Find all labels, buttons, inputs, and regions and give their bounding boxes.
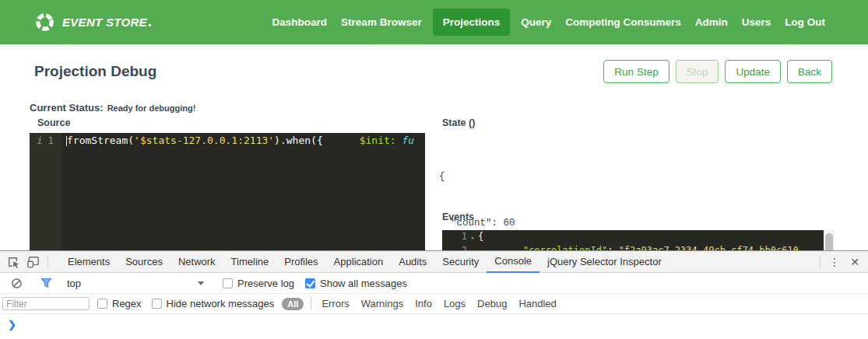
nav-item-stream-browser[interactable]: Stream Browser: [334, 9, 429, 36]
close-glyph: ✕: [850, 256, 859, 268]
gutter-spacer: [467, 244, 478, 250]
events-line-number: 1: [442, 230, 467, 244]
tab-elements[interactable]: Elements: [60, 251, 118, 273]
filter-level-warnings[interactable]: Warnings: [361, 298, 403, 309]
event-store-logo[interactable]: EVENT STORE: [34, 12, 151, 33]
main-content: Projection Debug Run Step Stop Update Ba…: [0, 44, 868, 250]
nav-item-admin[interactable]: Admin: [688, 9, 735, 36]
events-json-value: "f2a93ac7-2334-49cb-cf74-bb0c610: [619, 245, 799, 250]
overflow-menu-icon[interactable]: ⋮: [824, 252, 845, 272]
main-nav: Dashboard Stream Browser Projections Que…: [265, 9, 832, 36]
tab-timeline[interactable]: Timeline: [223, 251, 277, 273]
current-status: Current Status:Ready for debugging!: [30, 100, 195, 114]
state-json-line: {: [439, 169, 515, 184]
show-all-messages-label: Show all messages: [320, 278, 407, 289]
current-status-value: Ready for debugging!: [107, 103, 196, 113]
preserve-log-checkbox[interactable]: [223, 278, 233, 288]
clear-console-icon[interactable]: [6, 273, 26, 293]
execution-context-value: top: [67, 278, 81, 289]
info-annotation-icon: i: [37, 134, 43, 148]
events-json-key: "correlationId": [478, 245, 607, 250]
hide-network-checkbox[interactable]: [152, 299, 162, 309]
source-heading: Source: [37, 117, 70, 128]
update-button[interactable]: Update: [725, 60, 781, 83]
preserve-log-label: Preserve log: [237, 278, 294, 289]
preserve-log-checkbox-group[interactable]: Preserve log: [223, 278, 294, 289]
nav-item-query[interactable]: Query: [514, 9, 558, 36]
source-line-number: 1: [47, 134, 54, 250]
filter-level-info[interactable]: Info: [415, 298, 432, 309]
events-code: {: [478, 230, 483, 244]
console-output-area[interactable]: ❯: [0, 314, 868, 339]
tab-console[interactable]: Console: [487, 251, 539, 273]
top-navbar: EVENT STORE Dashboard Stream Browser Pro…: [0, 0, 868, 44]
toolbar-separator: [47, 255, 48, 268]
tab-sources[interactable]: Sources: [118, 251, 170, 273]
close-devtools-icon[interactable]: ✕: [845, 252, 865, 272]
page-title: Projection Debug: [34, 63, 156, 80]
events-line-1: 1 ▾ {: [442, 230, 835, 244]
tab-jquery-selector-inspector[interactable]: jQuery Selector Inspector: [539, 251, 669, 273]
fold-arrow-icon[interactable]: ▾: [467, 230, 478, 244]
tab-profiles[interactable]: Profiles: [276, 251, 325, 273]
events-json-separator: :: [607, 245, 618, 250]
back-button[interactable]: Back: [787, 60, 832, 83]
action-buttons: Run Step Stop Update Back: [603, 60, 832, 83]
nav-item-dashboard[interactable]: Dashboard: [265, 9, 335, 36]
filter-input[interactable]: [2, 297, 90, 310]
tab-application[interactable]: Application: [326, 251, 392, 273]
event-store-logo-icon: [34, 12, 55, 33]
nav-item-users[interactable]: Users: [735, 9, 778, 36]
events-heading: Events: [442, 211, 474, 222]
overflow-menu-glyph: ⋮: [829, 256, 840, 268]
inspect-element-icon[interactable]: [3, 252, 23, 272]
tab-audits[interactable]: Audits: [391, 251, 434, 273]
dropdown-arrow-icon: [198, 281, 204, 285]
events-scrollbar[interactable]: [824, 230, 835, 250]
source-code-line: fromStream('$stats-127.0.0.1:2113').when…: [62, 133, 425, 250]
filter-level-handled[interactable]: Handled: [518, 298, 556, 309]
source-editor-gutter: i 1: [30, 133, 62, 250]
nav-item-competing-consumers[interactable]: Competing Consumers: [558, 9, 688, 36]
stop-button: Stop: [676, 60, 719, 83]
tab-network[interactable]: Network: [170, 251, 223, 273]
devtools-tab-bar: Elements Sources Network Timeline Profil…: [0, 251, 868, 273]
events-code: "correlationId": "f2a93ac7-2334-49cb-cf7…: [478, 244, 799, 250]
filter-separator: [311, 297, 311, 310]
filter-level-errors[interactable]: Errors: [322, 298, 349, 309]
console-filter-bar: Regex Hide network messages All Errors W…: [0, 294, 868, 314]
device-toolbar-icon[interactable]: [23, 252, 44, 272]
regex-checkbox[interactable]: [97, 299, 107, 309]
regex-label: Regex: [112, 298, 142, 309]
event-store-logo-text: EVENT STORE: [62, 16, 151, 29]
filter-level-logs[interactable]: Logs: [444, 298, 466, 309]
events-scrollbar-thumb[interactable]: [825, 233, 833, 250]
nav-item-logout[interactable]: Log Out: [778, 9, 832, 36]
execution-context-select[interactable]: top: [67, 278, 209, 289]
events-line-number: 2: [442, 244, 467, 250]
show-all-messages-checkbox[interactable]: [305, 278, 315, 288]
source-code-editor[interactable]: i 1 fromStream('$stats-127.0.0.1:2113').…: [30, 133, 425, 250]
regex-checkbox-group[interactable]: Regex: [97, 298, 142, 309]
filter-level-debug[interactable]: Debug: [477, 298, 507, 309]
toolbar-separator: [820, 255, 821, 268]
code-chain: ).when({: [274, 135, 323, 146]
run-step-button[interactable]: Run Step: [603, 60, 669, 83]
filter-icon[interactable]: [36, 273, 56, 293]
filter-level-all-badge[interactable]: All: [282, 298, 304, 310]
devtools-panel: Elements Sources Network Timeline Profil…: [0, 250, 868, 339]
current-status-label: Current Status:: [30, 102, 104, 114]
code-stream-string: '$stats-127.0.0.1:2113': [134, 135, 274, 146]
console-prompt-icon[interactable]: ❯: [8, 319, 16, 330]
code-function-keyword: fu: [402, 135, 415, 146]
events-json-editor[interactable]: 1 ▾ { 2 "correlationId": "f2a93ac7-2334-…: [442, 230, 835, 250]
hide-network-checkbox-group[interactable]: Hide network messages: [152, 298, 275, 309]
tab-security[interactable]: Security: [434, 251, 487, 273]
code-gap: [323, 135, 360, 146]
nav-item-projections[interactable]: Projections: [433, 9, 511, 36]
state-heading: State (): [442, 117, 475, 128]
code-call: fromStream(: [67, 135, 134, 146]
events-line-2: 2 "correlationId": "f2a93ac7-2334-49cb-c…: [442, 244, 835, 250]
hide-network-label: Hide network messages: [167, 298, 275, 309]
show-all-messages-checkbox-group[interactable]: Show all messages: [305, 278, 407, 289]
